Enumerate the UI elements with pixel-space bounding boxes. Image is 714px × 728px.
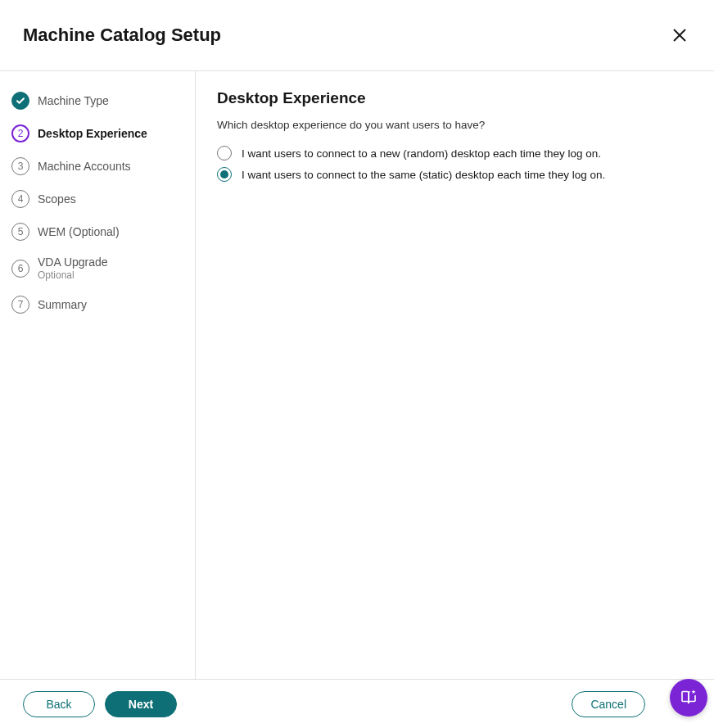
step-label: Machine Accounts [38, 160, 131, 174]
close-icon [671, 27, 688, 43]
wizard-step-2[interactable]: 2Desktop Experience [11, 117, 183, 150]
main-panel: Desktop Experience Which desktop experie… [196, 71, 714, 679]
step-indicator [11, 92, 29, 110]
step-label: Scopes [38, 192, 76, 206]
step-label: Desktop Experience [38, 127, 147, 141]
desktop-experience-option-1[interactable]: I want users to connect to a new (random… [217, 142, 693, 164]
radio-button[interactable] [217, 146, 232, 161]
step-sublabel: Optional [38, 269, 108, 281]
step-indicator: 3 [11, 157, 29, 175]
step-indicator: 5 [11, 223, 29, 241]
wizard-step-5[interactable]: 5WEM (Optional) [11, 215, 183, 248]
help-fab[interactable] [670, 679, 707, 717]
wizard-step-4[interactable]: 4Scopes [11, 183, 183, 215]
question-text: Which desktop experience do you want use… [217, 119, 693, 131]
close-button[interactable] [668, 24, 691, 47]
step-label: VDA Upgrade [38, 255, 108, 269]
radio-button[interactable] [217, 167, 232, 182]
check-icon [16, 96, 25, 106]
step-indicator: 6 [11, 260, 29, 278]
wizard-step-7[interactable]: 7Summary [11, 288, 183, 321]
option-label: I want users to connect to the same (sta… [242, 169, 605, 181]
step-indicator: 2 [11, 124, 29, 142]
wizard-step-3[interactable]: 3Machine Accounts [11, 150, 183, 183]
dialog-footer: Back Next Cancel [0, 679, 714, 728]
wizard-step-1[interactable]: Machine Type [11, 84, 183, 117]
cancel-button[interactable]: Cancel [572, 691, 645, 717]
step-label: Summary [38, 298, 87, 312]
back-button[interactable]: Back [23, 691, 95, 717]
wizard-step-6[interactable]: 6VDA UpgradeOptional [11, 248, 183, 288]
step-indicator: 7 [11, 296, 29, 314]
desktop-experience-option-2[interactable]: I want users to connect to the same (sta… [217, 164, 693, 185]
step-label: Machine Type [38, 94, 109, 108]
dialog-header: Machine Catalog Setup [0, 0, 714, 71]
page-title: Desktop Experience [217, 89, 693, 107]
option-label: I want users to connect to a new (random… [242, 147, 601, 160]
dialog-title: Machine Catalog Setup [23, 25, 221, 46]
help-guide-icon [679, 688, 698, 708]
step-indicator: 4 [11, 190, 29, 208]
next-button[interactable]: Next [105, 691, 177, 717]
step-label: WEM (Optional) [38, 225, 120, 239]
wizard-steps-sidebar: Machine Type2Desktop Experience3Machine … [0, 71, 196, 679]
